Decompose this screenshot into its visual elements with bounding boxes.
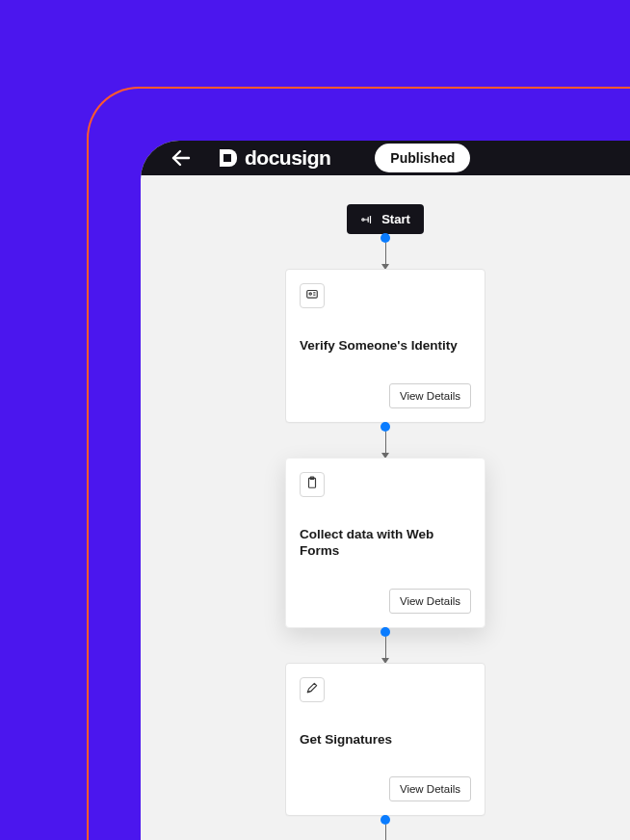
connector-line [385,243,386,264]
connector [381,423,390,458]
node-title: Verify Someone's Identity [300,337,471,354]
workflow-node-collect-data[interactable]: Collect data with Web Forms View Details [285,458,486,628]
node-icon-box [300,472,325,497]
app-window: docusign Published Start [141,141,630,840]
view-details-button[interactable]: View Details [389,776,471,801]
node-icon-box [300,283,325,308]
connector-line [385,432,386,453]
connector-dot-icon [381,422,390,432]
app-header: docusign Published [141,141,630,175]
connector [381,816,390,840]
brand-name: docusign [245,146,330,170]
pen-icon [305,681,319,698]
workflow-canvas[interactable]: Start Verify Someone's Identity [141,175,630,840]
node-actions: View Details [300,589,471,614]
connector-line [385,825,386,840]
brand-logo: docusign [216,146,330,170]
status-badge: Published [375,144,470,172]
docusign-logo-icon [216,146,239,170]
device-frame: docusign Published Start [87,87,630,840]
clipboard-icon [305,476,319,493]
arrow-left-icon [170,146,193,170]
svg-rect-6 [307,291,318,299]
view-details-button[interactable]: View Details [389,383,471,408]
workflow-node-verify-identity[interactable]: Verify Someone's Identity View Details [285,269,486,423]
workflow-flow: Start Verify Someone's Identity [285,204,486,840]
connector-dot-icon [381,815,390,825]
node-title: Collect data with Web Forms [300,526,471,560]
back-button[interactable] [164,141,198,175]
connector [381,234,390,269]
svg-point-2 [362,218,364,220]
start-label: Start [381,212,410,226]
node-icon-box [300,677,325,702]
flow-start-icon [360,213,374,226]
connector-dot-icon [381,233,390,243]
start-node[interactable]: Start [347,204,424,234]
status-label: Published [390,150,455,166]
connector [381,628,390,663]
node-title: Get Signatures [300,731,471,748]
workflow-node-get-signatures[interactable]: Get Signatures View Details [285,663,486,817]
node-actions: View Details [300,776,471,801]
id-card-icon [305,287,319,304]
svg-rect-1 [223,154,231,162]
view-details-button[interactable]: View Details [389,589,471,614]
node-actions: View Details [300,383,471,408]
connector-line [385,637,386,658]
svg-point-7 [309,293,311,295]
connector-dot-icon [381,627,390,637]
